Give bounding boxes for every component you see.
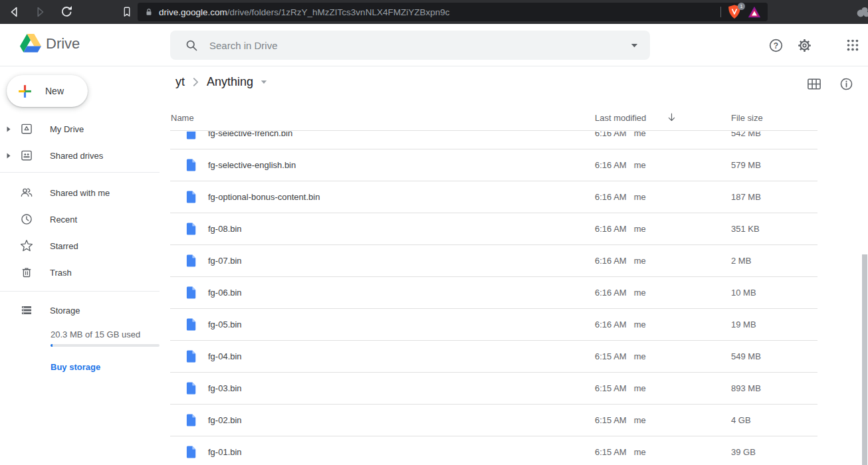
breadcrumb-chevron-icon [193,78,199,86]
file-owner: me [634,351,646,361]
main-scrollbar-thumb[interactable] [862,254,867,465]
grid-view-button[interactable] [806,76,822,92]
details-button[interactable] [838,76,854,92]
table-row[interactable]: fg-07.bin 6:16 AM me 2 MB [170,245,817,277]
back-button[interactable] [7,4,23,20]
table-row[interactable]: fg-01.bin 6:15 AM me 39 GB [170,436,817,465]
file-modified-time: 6:16 AM [595,224,627,234]
chevron-right-icon[interactable] [7,153,11,159]
sort-direction-button[interactable] [666,112,677,126]
url-path: /drive/folders/1zRzY_hMzZITcs3vnNLX4FMZi… [227,7,450,17]
storage-progress-fill [51,344,53,347]
table-row[interactable]: fg-05.bin 6:16 AM me 19 MB [170,309,817,341]
reload-icon [59,5,74,19]
gear-icon [797,38,812,53]
file-icon [186,191,196,203]
breadcrumb-current[interactable]: Anything [207,75,253,89]
column-header-size[interactable]: File size [731,113,763,123]
brave-rewards-icon[interactable] [748,6,761,18]
search-icon[interactable] [185,39,199,52]
search-options-caret-icon[interactable] [631,43,638,48]
sidebar-item-shared-drives[interactable]: Shared drives [0,142,160,169]
info-icon [839,77,853,91]
file-name: fg-08.bin [208,224,242,234]
file-modified-time: 6:16 AM [595,288,627,298]
people-icon [20,186,33,199]
sidebar-item-starred[interactable]: Starred [0,232,160,259]
sidebar-item-trash[interactable]: Trash [0,259,160,286]
search-input[interactable] [209,40,631,51]
bookmark-button[interactable] [119,4,135,20]
bookmark-icon [120,5,134,19]
file-size: 4 GB [731,415,751,425]
file-size: 542 MB [731,132,761,138]
file-size: 39 GB [731,447,756,457]
column-header-name[interactable]: Name [171,113,194,123]
sidebar-item-label: My Drive [50,124,84,134]
file-icon [186,286,196,299]
help-button[interactable]: ? [768,37,784,53]
file-name: fg-07.bin [208,256,242,266]
file-name: fg-selective-english.bin [208,160,296,170]
breadcrumb: yt Anything [175,75,267,89]
sidebar-item-shared-with-me[interactable]: Shared with me [0,179,160,206]
file-owner: me [634,224,646,234]
sidebar-item-label: Shared with me [50,188,110,198]
browser-toolbar: drive.google.com/drive/folders/1zRzY_hMz… [0,0,868,24]
app-title: Drive [46,35,80,52]
file-icon [186,318,196,331]
extensions-icon [855,5,868,19]
search-bar[interactable] [170,31,650,60]
table-row[interactable]: fg-08.bin 6:16 AM me 351 KB [170,213,817,245]
storage-progress-bar [51,344,160,347]
extensions-button[interactable] [855,5,868,22]
drive-logo-icon[interactable] [20,33,41,52]
sidebar-item-my-drive[interactable]: My Drive [0,116,160,142]
sidebar-item-label: Recent [50,215,77,225]
screen: drive.google.com/drive/folders/1zRzY_hMz… [0,0,868,465]
brave-shield-button[interactable]: 1 [728,5,741,19]
file-modified-time: 6:15 AM [595,351,627,361]
buy-storage-link[interactable]: Buy storage [51,362,100,372]
breadcrumb-parent[interactable]: yt [175,75,185,89]
table-row[interactable]: fg-selective-french.bin 6:16 AM me 542 M… [170,132,817,149]
file-owner: me [634,132,646,138]
url-domain: drive.google.com [159,7,227,17]
new-button-label: New [45,86,64,96]
apps-grid-icon [845,38,860,52]
table-row[interactable]: fg-optional-bonus-content.bin 6:16 AM me… [170,181,817,213]
table-row[interactable]: fg-selective-english.bin 6:16 AM me 579 … [170,149,817,181]
table-row[interactable]: fg-03.bin 6:15 AM me 893 MB [170,373,817,405]
file-modified-time: 6:16 AM [595,256,627,266]
table-row[interactable]: fg-06.bin 6:16 AM me 10 MB [170,277,817,309]
clock-icon [20,213,33,226]
settings-button[interactable] [796,37,812,53]
table-row[interactable]: fg-02.bin 6:15 AM me 4 GB [170,405,817,436]
reload-button[interactable] [58,4,74,20]
sidebar-item-recent[interactable]: Recent [0,206,160,232]
table-row[interactable]: fg-04.bin 6:15 AM me 549 MB [170,341,817,373]
chevron-right-icon[interactable] [7,126,11,132]
file-name: fg-01.bin [208,447,242,457]
apps-grid-button[interactable] [845,37,861,53]
file-owner: me [634,320,646,329]
file-icon [186,159,196,171]
forward-button[interactable] [32,4,48,20]
url-bar[interactable]: drive.google.com/drive/folders/1zRzY_hMz… [138,3,768,21]
file-list-header: Name Last modified File size [170,106,817,131]
new-button[interactable]: New [7,75,88,107]
sidebar-item-label: Storage [50,306,80,316]
sidebar-item-storage[interactable]: Storage [0,297,160,324]
file-size: 579 MB [731,160,761,170]
drive-app-header: Drive ? [0,24,868,66]
column-header-modified[interactable]: Last modified [595,113,646,123]
help-icon: ? [768,38,784,53]
file-icon [186,382,196,395]
folder-menu-caret-icon[interactable] [261,80,267,84]
sidebar-item-label: Shared drives [50,151,103,161]
file-modified-time: 6:16 AM [595,320,627,329]
file-modified-time: 6:15 AM [595,447,627,457]
file-size: 893 MB [731,383,761,393]
trash-icon [20,266,33,279]
grid-view-icon [808,78,821,90]
